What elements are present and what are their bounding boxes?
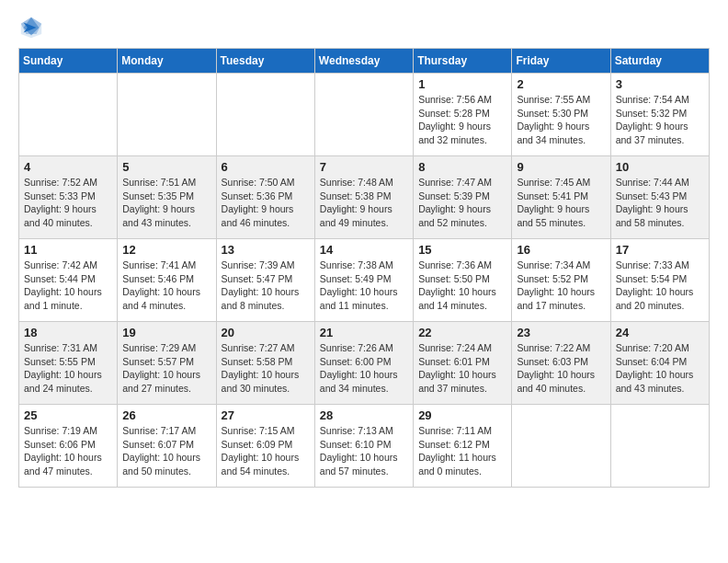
day-number: 15 <box>418 243 506 257</box>
day-number: 11 <box>24 243 112 257</box>
page-header <box>18 15 710 40</box>
calendar-header: SundayMondayTuesdayWednesdayThursdayFrid… <box>19 49 710 74</box>
day-info: Sunrise: 7:38 AMSunset: 5:49 PMDaylight:… <box>320 259 408 313</box>
day-number: 13 <box>222 243 310 257</box>
day-number: 23 <box>517 326 605 339</box>
calendar-body: 1Sunrise: 7:56 AMSunset: 5:28 PMDaylight… <box>19 74 710 488</box>
day-info: Sunrise: 7:41 AMSunset: 5:46 PMDaylight:… <box>122 259 210 313</box>
calendar-week-row: 11Sunrise: 7:42 AMSunset: 5:44 PMDayligh… <box>19 239 710 322</box>
day-number: 7 <box>320 160 408 174</box>
day-info: Sunrise: 7:50 AMSunset: 5:36 PMDaylight:… <box>222 176 310 230</box>
calendar-day-cell: 7Sunrise: 7:48 AMSunset: 5:38 PMDaylight… <box>314 156 413 239</box>
empty-cell <box>512 405 610 488</box>
calendar-day-cell: 5Sunrise: 7:51 AMSunset: 5:35 PMDaylight… <box>118 156 216 239</box>
calendar-day-cell: 2Sunrise: 7:55 AMSunset: 5:30 PMDaylight… <box>512 74 610 156</box>
day-number: 2 <box>517 77 605 91</box>
calendar-day-cell: 25Sunrise: 7:19 AMSunset: 6:06 PMDayligh… <box>19 405 118 488</box>
day-number: 29 <box>418 408 506 422</box>
day-info: Sunrise: 7:31 AMSunset: 5:55 PMDaylight:… <box>24 341 112 396</box>
day-number: 20 <box>222 326 310 339</box>
logo-icon <box>18 15 44 40</box>
calendar-day-cell: 20Sunrise: 7:27 AMSunset: 5:58 PMDayligh… <box>216 322 314 405</box>
day-number: 5 <box>122 160 210 174</box>
logo <box>18 15 48 40</box>
calendar-day-cell: 6Sunrise: 7:50 AMSunset: 5:36 PMDaylight… <box>216 156 314 239</box>
day-info: Sunrise: 7:42 AMSunset: 5:44 PMDaylight:… <box>24 259 112 313</box>
empty-cell <box>118 74 216 156</box>
day-number: 18 <box>24 326 112 339</box>
calendar-day-cell: 17Sunrise: 7:33 AMSunset: 5:54 PMDayligh… <box>610 239 709 322</box>
day-info: Sunrise: 7:13 AMSunset: 6:10 PMDaylight:… <box>320 424 408 478</box>
day-info: Sunrise: 7:51 AMSunset: 5:35 PMDaylight:… <box>122 176 210 230</box>
day-info: Sunrise: 7:15 AMSunset: 6:09 PMDaylight:… <box>222 424 310 478</box>
day-header-wednesday: Wednesday <box>314 49 413 74</box>
calendar-day-cell: 23Sunrise: 7:22 AMSunset: 6:03 PMDayligh… <box>512 322 610 405</box>
calendar-day-cell: 26Sunrise: 7:17 AMSunset: 6:07 PMDayligh… <box>118 405 216 488</box>
day-info: Sunrise: 7:47 AMSunset: 5:39 PMDaylight:… <box>418 176 506 230</box>
day-info: Sunrise: 7:34 AMSunset: 5:52 PMDaylight:… <box>517 259 605 313</box>
day-info: Sunrise: 7:36 AMSunset: 5:50 PMDaylight:… <box>418 259 506 313</box>
calendar-day-cell: 27Sunrise: 7:15 AMSunset: 6:09 PMDayligh… <box>216 405 314 488</box>
calendar-week-row: 18Sunrise: 7:31 AMSunset: 5:55 PMDayligh… <box>19 322 710 405</box>
calendar-day-cell: 22Sunrise: 7:24 AMSunset: 6:01 PMDayligh… <box>414 322 512 405</box>
day-info: Sunrise: 7:27 AMSunset: 5:58 PMDaylight:… <box>222 341 310 396</box>
calendar-week-row: 1Sunrise: 7:56 AMSunset: 5:28 PMDaylight… <box>19 74 710 156</box>
calendar-day-cell: 15Sunrise: 7:36 AMSunset: 5:50 PMDayligh… <box>414 239 512 322</box>
day-header-tuesday: Tuesday <box>216 49 314 74</box>
day-info: Sunrise: 7:22 AMSunset: 6:03 PMDaylight:… <box>517 341 605 396</box>
day-info: Sunrise: 7:26 AMSunset: 6:00 PMDaylight:… <box>320 341 408 396</box>
day-info: Sunrise: 7:33 AMSunset: 5:54 PMDaylight:… <box>616 259 704 313</box>
day-info: Sunrise: 7:39 AMSunset: 5:47 PMDaylight:… <box>222 259 310 313</box>
day-info: Sunrise: 7:52 AMSunset: 5:33 PMDaylight:… <box>24 176 112 230</box>
day-number: 4 <box>24 160 112 174</box>
day-number: 8 <box>418 160 506 174</box>
calendar-day-cell: 13Sunrise: 7:39 AMSunset: 5:47 PMDayligh… <box>216 239 314 322</box>
empty-cell <box>314 74 413 156</box>
day-number: 14 <box>320 243 408 257</box>
day-info: Sunrise: 7:55 AMSunset: 5:30 PMDaylight:… <box>517 93 605 147</box>
day-info: Sunrise: 7:19 AMSunset: 6:06 PMDaylight:… <box>24 424 112 478</box>
calendar-day-cell: 4Sunrise: 7:52 AMSunset: 5:33 PMDaylight… <box>19 156 118 239</box>
day-number: 27 <box>222 408 310 422</box>
calendar-day-cell: 16Sunrise: 7:34 AMSunset: 5:52 PMDayligh… <box>512 239 610 322</box>
day-number: 26 <box>122 408 210 422</box>
day-number: 16 <box>517 243 605 257</box>
calendar-day-cell: 14Sunrise: 7:38 AMSunset: 5:49 PMDayligh… <box>314 239 413 322</box>
day-info: Sunrise: 7:20 AMSunset: 6:04 PMDaylight:… <box>616 341 704 396</box>
day-number: 21 <box>320 326 408 339</box>
calendar-day-cell: 29Sunrise: 7:11 AMSunset: 6:12 PMDayligh… <box>414 405 512 488</box>
day-number: 25 <box>24 408 112 422</box>
day-number: 19 <box>122 326 210 339</box>
calendar-day-cell: 9Sunrise: 7:45 AMSunset: 5:41 PMDaylight… <box>512 156 610 239</box>
day-info: Sunrise: 7:48 AMSunset: 5:38 PMDaylight:… <box>320 176 408 230</box>
day-info: Sunrise: 7:24 AMSunset: 6:01 PMDaylight:… <box>418 341 506 396</box>
day-number: 24 <box>616 326 704 339</box>
day-number: 10 <box>616 160 704 174</box>
calendar-day-cell: 12Sunrise: 7:41 AMSunset: 5:46 PMDayligh… <box>118 239 216 322</box>
calendar-day-cell: 18Sunrise: 7:31 AMSunset: 5:55 PMDayligh… <box>19 322 118 405</box>
calendar-day-cell: 24Sunrise: 7:20 AMSunset: 6:04 PMDayligh… <box>610 322 709 405</box>
day-info: Sunrise: 7:29 AMSunset: 5:57 PMDaylight:… <box>122 341 210 396</box>
calendar-day-cell: 28Sunrise: 7:13 AMSunset: 6:10 PMDayligh… <box>314 405 413 488</box>
day-number: 6 <box>222 160 310 174</box>
calendar-table: SundayMondayTuesdayWednesdayThursdayFrid… <box>18 48 710 488</box>
calendar-day-cell: 11Sunrise: 7:42 AMSunset: 5:44 PMDayligh… <box>19 239 118 322</box>
day-number: 1 <box>418 77 506 91</box>
day-info: Sunrise: 7:56 AMSunset: 5:28 PMDaylight:… <box>418 93 506 147</box>
day-info: Sunrise: 7:54 AMSunset: 5:32 PMDaylight:… <box>616 93 704 147</box>
calendar-day-cell: 3Sunrise: 7:54 AMSunset: 5:32 PMDaylight… <box>610 74 709 156</box>
calendar-week-row: 25Sunrise: 7:19 AMSunset: 6:06 PMDayligh… <box>19 405 710 488</box>
day-info: Sunrise: 7:17 AMSunset: 6:07 PMDaylight:… <box>122 424 210 478</box>
day-number: 17 <box>616 243 704 257</box>
day-info: Sunrise: 7:44 AMSunset: 5:43 PMDaylight:… <box>616 176 704 230</box>
calendar-day-cell: 21Sunrise: 7:26 AMSunset: 6:00 PMDayligh… <box>314 322 413 405</box>
calendar-day-cell: 19Sunrise: 7:29 AMSunset: 5:57 PMDayligh… <box>118 322 216 405</box>
calendar-day-cell: 1Sunrise: 7:56 AMSunset: 5:28 PMDaylight… <box>414 74 512 156</box>
empty-cell <box>216 74 314 156</box>
day-header-sunday: Sunday <box>19 49 118 74</box>
empty-cell <box>19 74 118 156</box>
calendar-day-cell: 10Sunrise: 7:44 AMSunset: 5:43 PMDayligh… <box>610 156 709 239</box>
day-number: 22 <box>418 326 506 339</box>
days-of-week-row: SundayMondayTuesdayWednesdayThursdayFrid… <box>19 49 710 74</box>
day-info: Sunrise: 7:11 AMSunset: 6:12 PMDaylight:… <box>418 424 506 478</box>
